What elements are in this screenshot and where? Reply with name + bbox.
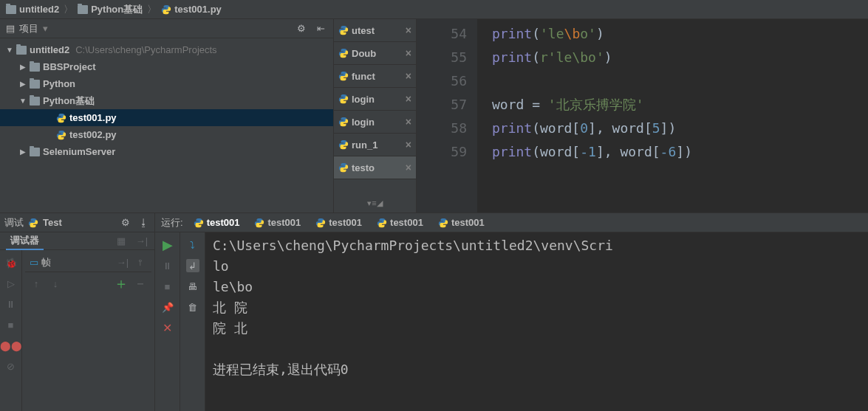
pause-icon[interactable]: ⏸ [4, 297, 18, 311]
chevron-right-icon: 〉 [62, 3, 75, 16]
run-panel: 运行: test001test001test001test001test001 … [155, 213, 868, 411]
arrow-icon[interactable]: →| [135, 235, 148, 248]
expand-arrow-icon[interactable]: ▶ [19, 148, 27, 156]
python-icon [254, 218, 264, 228]
print-icon[interactable]: 🖶 [186, 280, 199, 293]
expand-arrow-icon[interactable]: ▶ [19, 80, 27, 88]
tab-label: utest [352, 25, 375, 36]
tabs-overflow-icon[interactable]: ▾≡◢ [334, 194, 416, 213]
python-icon [28, 218, 38, 228]
gear-icon[interactable]: ⚙ [295, 22, 308, 35]
breadcrumb-item-project[interactable]: untitled2 [3, 4, 62, 15]
stop-icon[interactable]: ■ [4, 318, 18, 331]
bug-icon[interactable]: 🐞 [4, 256, 18, 269]
close-icon[interactable]: ✕ [161, 321, 174, 334]
tab-label: Doub [352, 48, 376, 59]
tree-item[interactable]: ▶Python [0, 75, 333, 92]
frame-down-icon[interactable]: ↓ [49, 277, 62, 290]
pause-icon[interactable]: ⏸ [161, 259, 174, 272]
breadcrumb-label: untitled2 [19, 4, 59, 15]
tab-debugger[interactable]: 调试器 [6, 232, 44, 250]
prev-frame-icon[interactable]: →| [116, 256, 129, 269]
tree-label: test002.py [69, 129, 117, 140]
tree-label: BBSProject [43, 61, 96, 72]
sidebar-title: 项目 [19, 22, 38, 35]
tree-item[interactable]: ▼Python基础 [0, 92, 333, 109]
tree-item[interactable]: ▶BBSProject [0, 58, 333, 75]
editor-tab[interactable]: run_1× [334, 134, 416, 156]
project-tool-icon: ▤ [6, 23, 15, 34]
frame-up-icon[interactable]: ↑ [30, 277, 43, 290]
expand-arrow-icon[interactable]: ▶ [19, 63, 27, 71]
add-icon[interactable]: ＋ [115, 277, 128, 290]
close-tab-icon[interactable]: × [406, 47, 411, 59]
breadcrumb-item-file[interactable]: test001.py [158, 4, 225, 15]
close-tab-icon[interactable]: × [406, 93, 411, 105]
python-icon [377, 218, 387, 228]
close-tab-icon[interactable]: × [406, 24, 411, 36]
tab-label: funct [352, 71, 375, 82]
tree-root[interactable]: ▼ untitled2 C:\Users\cheng\PycharmProjec… [0, 41, 333, 58]
editor-tab[interactable]: testo× [334, 156, 416, 179]
python-icon [194, 218, 204, 228]
resume-icon[interactable]: ▷ [4, 277, 18, 290]
close-tab-icon[interactable]: × [406, 116, 411, 128]
run-icon[interactable]: ▶ [161, 238, 174, 252]
mute-breakpoints-icon[interactable]: ⊘ [4, 359, 18, 373]
run-header: 运行: test001test001test001test001test001 [155, 213, 868, 232]
run-tab[interactable]: test001 [315, 217, 362, 228]
editor-tab[interactable]: Doub× [334, 42, 416, 65]
line-gutter: 545556575859 [417, 19, 477, 213]
run-tab[interactable]: test001 [194, 217, 240, 228]
editor-tab[interactable]: login× [334, 111, 416, 134]
dropdown-icon[interactable]: ▾ [43, 23, 48, 34]
trash-icon[interactable]: 🗑 [186, 300, 199, 314]
python-icon [338, 25, 349, 35]
expand-arrow-icon[interactable]: ▼ [19, 97, 27, 105]
collapse-icon[interactable]: ⇤ [314, 22, 327, 35]
close-tab-icon[interactable]: × [406, 139, 411, 151]
breadcrumb-label: Python基础 [91, 3, 143, 16]
run-tab-label: test001 [451, 217, 485, 228]
debug-label: 调试 [4, 216, 24, 229]
gear-icon[interactable]: ⚙ [119, 216, 132, 229]
close-tab-icon[interactable]: × [406, 70, 411, 82]
filter-icon[interactable]: ⫯ [134, 256, 147, 269]
debug-header: 调试 Test ⚙ ⭳ [0, 213, 154, 232]
close-tab-icon[interactable]: × [406, 162, 411, 173]
stop-icon[interactable]: ■ [161, 280, 174, 293]
tree-item[interactable]: test002.py [0, 126, 333, 143]
remove-icon[interactable]: － [134, 277, 147, 290]
run-toolbar-primary: ▶ ⏸ ■ 📌 ✕ [155, 232, 180, 411]
code-area[interactable]: print('le\bo')print(r'le\bo') word = '北京… [477, 19, 868, 213]
editor-tab[interactable]: login× [334, 88, 416, 111]
soft-wrap-icon[interactable]: ↲ [186, 259, 199, 272]
breakpoints-icon[interactable]: ⬤⬤ [4, 339, 18, 352]
run-tab[interactable]: test001 [438, 217, 485, 228]
pin-icon[interactable]: 📌 [161, 300, 174, 314]
expand-arrow-icon[interactable]: ▼ [6, 46, 13, 54]
download-icon[interactable]: ⭳ [137, 216, 150, 229]
tree-item[interactable]: ▶SeleniumServer [0, 143, 333, 160]
layout-icon[interactable]: ▦ [115, 235, 128, 248]
tree-item[interactable]: test001.py [0, 109, 333, 126]
sidebar-header: ▤ 项目 ▾ ⚙ ⇤ [0, 19, 333, 38]
code-editor[interactable]: 545556575859 print('le\bo')print(r'le\bo… [417, 19, 868, 213]
breadcrumb-item-folder[interactable]: Python基础 [75, 3, 146, 16]
run-tab-label: test001 [207, 217, 240, 228]
run-tab[interactable]: test001 [254, 217, 301, 228]
editor-tab[interactable]: utest× [334, 19, 416, 42]
run-tab[interactable]: test001 [377, 217, 423, 228]
project-sidebar: ▤ 项目 ▾ ⚙ ⇤ ▼ untitled2 C:\Users\cheng\Py… [0, 19, 334, 213]
editor-tab[interactable]: funct× [334, 65, 416, 88]
console-output[interactable]: C:\Users\cheng\PycharmProjects\untitled2… [205, 232, 868, 411]
tree-label: Python [43, 78, 75, 89]
python-icon [161, 4, 171, 15]
python-icon [338, 139, 349, 150]
tab-label: testo [352, 162, 375, 173]
run-label: 运行: [161, 216, 183, 229]
editor-tabs-column: utest×Doub×funct×login×login×run_1×testo… [334, 19, 417, 213]
debug-config[interactable]: Test [43, 217, 62, 228]
folder-icon [30, 63, 40, 72]
step-over-icon[interactable]: ⤵ [186, 238, 199, 252]
